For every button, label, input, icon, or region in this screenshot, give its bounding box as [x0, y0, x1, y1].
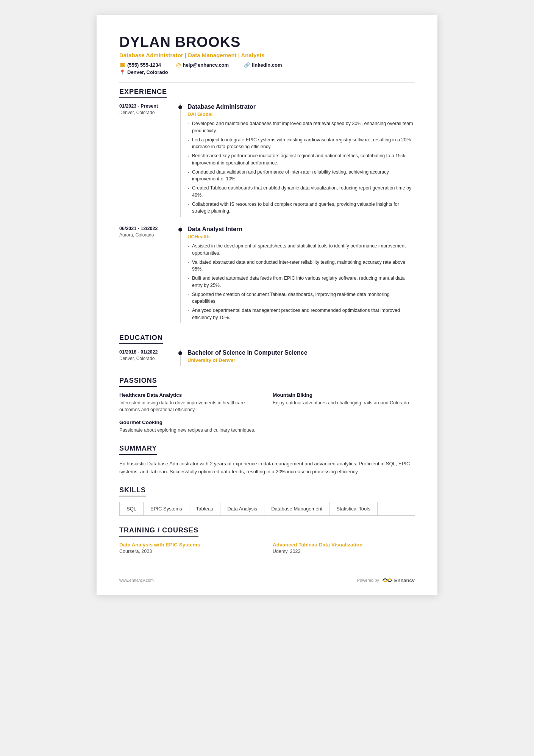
edu-degree: Bachelor of Science in Computer Science	[187, 349, 415, 356]
skill-sql: SQL	[119, 502, 144, 515]
training1-source: Coursera, 2023	[119, 549, 261, 554]
enhancv-brand-name: Enhancv	[394, 578, 415, 583]
training-item-2: Advanced Tableau Data Visualization Udem…	[273, 542, 415, 554]
candidate-title: Database Administrator | Data Management…	[119, 52, 415, 58]
exp1-content: Database Administrator DAI Global Develo…	[180, 103, 415, 217]
footer-website: www.enhancv.com	[119, 578, 154, 582]
training-section: TRAINING / COURSES Data Analysis with EP…	[119, 526, 415, 554]
header-divider	[119, 82, 415, 83]
location-icon: 📍	[119, 69, 125, 75]
summary-section: SUMMARY Enthusiastic Database Administra…	[119, 445, 415, 476]
passion1-desc: Interested in using data to drive improv…	[119, 399, 261, 414]
education-section: EDUCATION 01/2018 - 01/2022 Denver, Colo…	[119, 334, 415, 366]
passion-item-3: Gourmet Cooking Passionate about explori…	[119, 419, 261, 434]
edu-location: Denver, Colorado	[119, 356, 176, 361]
exp2-bullet-3: Built and tested automated data feeds fr…	[187, 275, 415, 289]
enhancv-logo-icon	[382, 577, 393, 584]
edu-dot	[178, 351, 182, 355]
experience-section: EXPERIENCE 01/2023 - Present Denver, Col…	[119, 88, 415, 323]
edu-date-col: 01/2018 - 01/2022 Denver, Colorado	[119, 349, 180, 366]
experience-entry-1: 01/2023 - Present Denver, Colorado Datab…	[119, 103, 415, 217]
exp2-bullet-1: Assisted in the development of spreadshe…	[187, 243, 415, 257]
training-section-title: TRAINING / COURSES	[119, 526, 198, 537]
exp1-bullet-1: Developed and maintained databases that …	[187, 120, 415, 135]
skill-data-analysis: Data Analysis	[220, 502, 264, 515]
footer-powered: Powered by Enhancv	[357, 577, 415, 584]
exp1-bullet-6: Collaborated with IS resources to build …	[187, 201, 415, 215]
page-footer: www.enhancv.com Powered by Enhancv	[119, 577, 415, 584]
education-section-title: EDUCATION	[119, 334, 163, 344]
skill-db-mgmt: Database Management	[264, 502, 329, 515]
exp2-content: Data Analyst Intern UCHealth Assisted in…	[180, 226, 415, 323]
passion-item-2: Mountain Biking Enjoy outdoor adventures…	[273, 392, 415, 414]
training2-source: Udemy, 2022	[273, 549, 415, 554]
exp1-bullet-5: Created Tableau dashboards that enabled …	[187, 185, 415, 199]
training2-title: Advanced Tableau Data Visualization	[273, 542, 415, 548]
exp1-bullet-3: Benchmarked key performance indicators a…	[187, 152, 415, 167]
passion3-title: Gourmet Cooking	[119, 419, 261, 425]
edu-dates: 01/2018 - 01/2022	[119, 349, 176, 355]
exp1-job-title: Database Administrator	[187, 103, 415, 110]
passion2-desc: Enjoy outdoor adventures and challenging…	[273, 399, 415, 407]
exp2-company: UCHealth	[187, 234, 415, 239]
exp2-bullets: Assisted in the development of spreadshe…	[187, 243, 415, 321]
enhancv-logo: Enhancv	[382, 577, 415, 584]
exp2-dates: 06/2021 - 12/2022	[119, 226, 176, 231]
edu-school: University of Denver	[187, 357, 415, 363]
contact-row: ☎ (555) 555-1234 @ help@enhancv.com 🔗 li…	[119, 62, 415, 68]
passion1-title: Healthcare Data Analytics	[119, 392, 261, 398]
email-icon: @	[176, 62, 181, 68]
passions-section-title: PASSIONS	[119, 377, 157, 387]
date-location-col-1: 01/2023 - Present Denver, Colorado	[119, 103, 180, 217]
education-entry-1: 01/2018 - 01/2022 Denver, Colorado Bache…	[119, 349, 415, 366]
skills-row: SQL EPIC Systems Tableau Data Analysis D…	[119, 502, 415, 516]
phone-contact: ☎ (555) 555-1234	[119, 62, 161, 68]
phone-number: (555) 555-1234	[127, 62, 161, 68]
summary-section-title: SUMMARY	[119, 445, 157, 455]
passion3-desc: Passionate about exploring new recipes a…	[119, 427, 261, 434]
experience-entry-2: 06/2021 - 12/2022 Aurora, Colorado Data …	[119, 226, 415, 323]
skill-epic: EPIC Systems	[144, 502, 189, 515]
candidate-name: DYLAN BROOKS	[119, 34, 415, 50]
summary-text: Enthusiastic Database Administrator with…	[119, 460, 415, 476]
link-icon: 🔗	[244, 62, 250, 68]
location-contact: 📍 Denver, Colorado	[119, 69, 415, 75]
exp2-bullet-5: Analyzed departmental data management pr…	[187, 307, 415, 321]
edu-content: Bachelor of Science in Computer Science …	[180, 349, 415, 366]
skills-section-title: SKILLS	[119, 486, 146, 496]
date-location-col-2: 06/2021 - 12/2022 Aurora, Colorado	[119, 226, 180, 323]
exp1-dot	[178, 105, 182, 109]
email-address: help@enhancv.com	[183, 62, 229, 68]
header: DYLAN BROOKS Database Administrator | Da…	[119, 34, 415, 75]
exp1-dates: 01/2023 - Present	[119, 103, 176, 109]
skill-statistical: Statistical Tools	[329, 502, 377, 515]
exp2-bullet-2: Validated abstracted data and conducted …	[187, 259, 415, 273]
powered-by-label: Powered by	[357, 578, 379, 582]
linkedin-url: linkedin.com	[252, 62, 282, 68]
exp1-bullets: Developed and maintained databases that …	[187, 120, 415, 215]
training1-title: Data Analysis with EPIC Systems	[119, 542, 261, 548]
skill-tableau: Tableau	[189, 502, 221, 515]
exp1-company: DAI Global	[187, 111, 415, 117]
exp1-bullet-4: Conducted data validation and performanc…	[187, 169, 415, 183]
passions-section: PASSIONS Healthcare Data Analytics Inter…	[119, 377, 415, 434]
resume-page: DYLAN BROOKS Database Administrator | Da…	[97, 15, 437, 595]
training-item-1: Data Analysis with EPIC Systems Coursera…	[119, 542, 261, 554]
passion-item-1: Healthcare Data Analytics Interested in …	[119, 392, 261, 414]
exp2-bullet-4: Supported the creation of concurrent Tab…	[187, 291, 415, 305]
exp2-location: Aurora, Colorado	[119, 232, 176, 238]
training-grid: Data Analysis with EPIC Systems Coursera…	[119, 542, 415, 554]
passions-grid: Healthcare Data Analytics Interested in …	[119, 392, 415, 434]
experience-section-title: EXPERIENCE	[119, 88, 167, 98]
exp1-bullet-2: Led a project to integrate EPIC systems …	[187, 136, 415, 151]
linkedin-contact[interactable]: 🔗 linkedin.com	[244, 62, 282, 68]
skills-section: SKILLS SQL EPIC Systems Tableau Data Ana…	[119, 486, 415, 516]
passion2-title: Mountain Biking	[273, 392, 415, 398]
exp2-job-title: Data Analyst Intern	[187, 226, 415, 233]
email-contact: @ help@enhancv.com	[176, 62, 229, 68]
phone-icon: ☎	[119, 62, 125, 68]
location-text: Denver, Colorado	[127, 69, 168, 75]
exp2-dot	[178, 228, 182, 232]
exp1-location: Denver, Colorado	[119, 110, 176, 115]
